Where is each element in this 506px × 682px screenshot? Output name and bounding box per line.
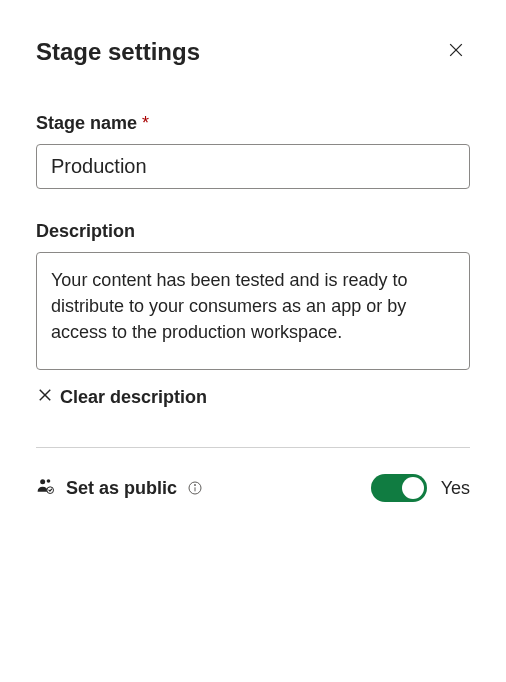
svg-point-9	[195, 484, 196, 485]
svg-point-4	[40, 479, 45, 484]
set-public-toggle[interactable]	[371, 474, 427, 502]
people-icon	[36, 476, 56, 500]
clear-description-button[interactable]: Clear description	[36, 384, 207, 411]
set-public-label: Set as public	[66, 478, 177, 499]
svg-point-5	[47, 479, 51, 483]
close-icon	[36, 386, 54, 409]
stage-name-input[interactable]	[36, 144, 470, 189]
close-button[interactable]	[442, 36, 470, 67]
info-icon[interactable]	[187, 480, 203, 496]
toggle-state-text: Yes	[441, 478, 470, 499]
stage-name-label-text: Stage name	[36, 113, 137, 133]
section-divider	[36, 447, 470, 448]
description-textarea[interactable]: Your content has been tested and is read…	[36, 252, 470, 370]
toggle-knob	[402, 477, 424, 499]
required-asterisk: *	[142, 113, 149, 133]
clear-description-label: Clear description	[60, 387, 207, 408]
panel-title: Stage settings	[36, 38, 200, 66]
stage-name-label: Stage name *	[36, 113, 470, 134]
description-label: Description	[36, 221, 470, 242]
close-icon	[446, 40, 466, 63]
